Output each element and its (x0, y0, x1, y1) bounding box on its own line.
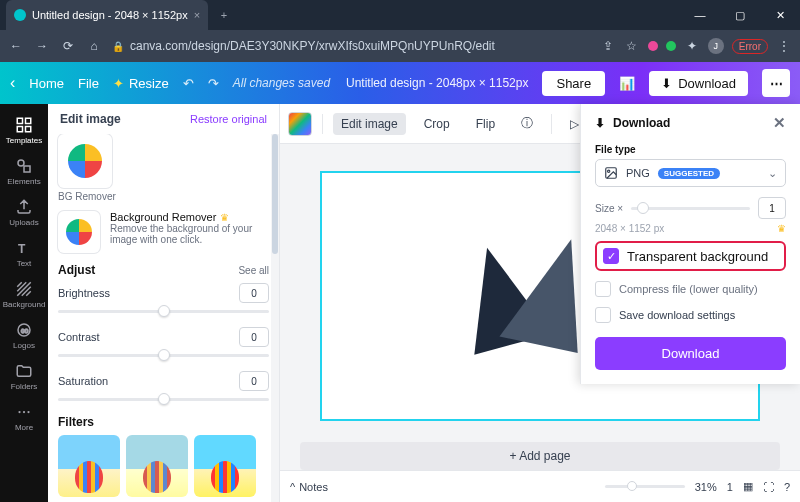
play-icon: ▷ (570, 117, 579, 131)
svg-text:T: T (18, 242, 26, 256)
size-slider[interactable] (631, 207, 750, 210)
suggested-badge: SUGGESTED (658, 168, 720, 179)
svg-rect-1 (26, 118, 31, 123)
filetype-select[interactable]: PNG SUGGESTED ⌄ (595, 159, 786, 187)
tab-title: Untitled design - 2048 × 1152px (32, 9, 188, 21)
chevron-up-icon: ^ (290, 481, 295, 493)
autosave-status: All changes saved (233, 76, 330, 90)
flip-tool[interactable]: Flip (468, 113, 503, 135)
color-swatch[interactable] (288, 112, 312, 136)
overflow-menu-button[interactable]: ⋯ (762, 69, 790, 97)
bgremover-effect-thumb[interactable]: BG Remover (58, 134, 116, 202)
window-minimize-icon[interactable]: — (680, 0, 720, 30)
image-icon (604, 166, 618, 180)
address-bar[interactable]: 🔒 canva.com/design/DAE3Y30NKPY/xrwXIfs0x… (112, 39, 590, 53)
filter-thumb-2[interactable] (126, 435, 188, 497)
url-text: canva.com/design/DAE3Y30NKPY/xrwXIfs0xui… (130, 39, 495, 53)
close-icon[interactable]: ✕ (773, 114, 786, 132)
share-button[interactable]: Share (542, 71, 605, 96)
bookmark-icon[interactable]: ☆ (624, 38, 640, 54)
extensions-icon[interactable]: ✦ (684, 38, 700, 54)
crop-tool[interactable]: Crop (416, 113, 458, 135)
rail-folders[interactable]: Folders (0, 356, 48, 397)
extension-green-icon[interactable] (666, 41, 676, 51)
rail-more[interactable]: More (0, 397, 48, 438)
canva-favicon (14, 9, 26, 21)
analytics-icon[interactable]: 📊 (619, 76, 635, 91)
svg-point-11 (27, 411, 29, 413)
error-badge[interactable]: Error (732, 39, 768, 54)
filter-thumb-1[interactable] (58, 435, 120, 497)
browser-tab[interactable]: Untitled design - 2048 × 1152px × (6, 0, 208, 30)
brightness-slider[interactable]: Brightness0 (58, 283, 269, 313)
contrast-slider[interactable]: Contrast0 (58, 327, 269, 357)
panel-scrollbar[interactable] (271, 134, 279, 502)
nav-forward-icon[interactable]: → (34, 38, 50, 54)
size-value[interactable]: 1 (758, 197, 786, 219)
tab-close-icon[interactable]: × (194, 9, 200, 21)
download-main-button[interactable]: Download (595, 337, 786, 370)
compress-option[interactable]: Compress file (lower quality) (595, 281, 786, 297)
sparkle-icon: ✦ (113, 76, 124, 91)
add-page-button[interactable]: + Add page (300, 442, 780, 470)
window-close-icon[interactable]: ✕ (760, 0, 800, 30)
download-panel: ⬇ Download ✕ File type PNG SUGGESTED ⌄ S… (580, 104, 800, 384)
download-icon: ⬇ (661, 76, 672, 91)
rail-logos[interactable]: coLogos (0, 315, 48, 356)
nav-reload-icon[interactable]: ⟳ (60, 38, 76, 54)
save-settings-option[interactable]: Save download settings (595, 307, 786, 323)
adjust-seeall[interactable]: See all (238, 265, 269, 276)
rail-elements[interactable]: Elements (0, 151, 48, 192)
rail-templates[interactable]: Templates (0, 110, 48, 151)
undo-icon[interactable]: ↶ (183, 76, 194, 91)
notes-toggle[interactable]: ^Notes (290, 481, 328, 493)
bgremover-row[interactable]: Background Remover♛ Remove the backgroun… (58, 211, 269, 253)
transparent-bg-option[interactable]: ✓ Transparent background (595, 241, 786, 271)
new-tab-button[interactable]: + (212, 3, 236, 27)
page-indicator[interactable]: 1 (727, 481, 733, 493)
svg-text:co: co (21, 327, 28, 334)
zoom-slider[interactable] (605, 485, 685, 488)
svg-point-13 (608, 170, 610, 172)
document-title[interactable]: Untitled design - 2048px × 1152px (346, 76, 528, 90)
restore-original-link[interactable]: Restore original (190, 113, 267, 125)
rail-text[interactable]: TText (0, 233, 48, 274)
svg-point-9 (18, 411, 20, 413)
window-maximize-icon[interactable]: ▢ (720, 0, 760, 30)
info-icon[interactable]: ⓘ (513, 111, 541, 136)
browser-share-icon[interactable]: ⇪ (600, 38, 616, 54)
help-icon[interactable]: ? (784, 481, 790, 493)
browser-menu-icon[interactable]: ⋮ (776, 38, 792, 54)
panel-title: Edit image (60, 112, 121, 126)
grid-view-icon[interactable]: ▦ (743, 480, 753, 493)
back-arrow-icon[interactable]: ‹ (10, 74, 15, 92)
rail-background[interactable]: Background (0, 274, 48, 315)
extension-pink-icon[interactable] (648, 41, 658, 51)
nav-back-icon[interactable]: ← (8, 38, 24, 54)
fullscreen-icon[interactable]: ⛶ (763, 481, 774, 493)
pro-crown-icon: ♛ (220, 212, 229, 223)
save-settings-checkbox[interactable] (595, 307, 611, 323)
zoom-value[interactable]: 31% (695, 481, 717, 493)
filter-thumb-3[interactable] (194, 435, 256, 497)
svg-rect-5 (24, 166, 30, 172)
filetype-label: File type (595, 144, 786, 155)
download-button-top[interactable]: ⬇Download (649, 71, 748, 96)
saturation-slider[interactable]: Saturation0 (58, 371, 269, 401)
size-label: Size × (595, 203, 623, 214)
edit-image-tool[interactable]: Edit image (333, 113, 406, 135)
svg-rect-2 (17, 127, 22, 132)
resize-button[interactable]: ✦Resize (113, 76, 169, 91)
nav-home-icon[interactable]: ⌂ (86, 38, 102, 54)
svg-point-10 (23, 411, 25, 413)
download-icon: ⬇ (595, 116, 605, 130)
transparent-checkbox[interactable]: ✓ (603, 248, 619, 264)
download-panel-title: Download (613, 116, 670, 130)
compress-checkbox[interactable] (595, 281, 611, 297)
svg-point-4 (18, 160, 24, 166)
rail-uploads[interactable]: Uploads (0, 192, 48, 233)
file-button[interactable]: File (78, 76, 99, 91)
profile-avatar[interactable]: J (708, 38, 724, 54)
redo-icon[interactable]: ↷ (208, 76, 219, 91)
home-button[interactable]: Home (29, 76, 64, 91)
